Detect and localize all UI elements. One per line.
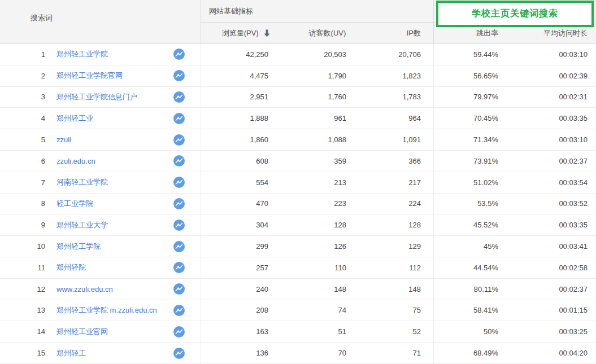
sort-descending-arrow-icon[interactable] (264, 29, 270, 37)
trend-chart-icon[interactable] (173, 177, 185, 188)
table-row: 15 郑州轻工 136 70 71 68.49% 00:04:20 (0, 343, 596, 364)
pv-value: 136 (201, 349, 282, 357)
trend-chart-icon[interactable] (173, 348, 185, 359)
keyword-cell: 9 郑州轻工业大学 (0, 214, 201, 235)
avg-duration-value: 00:03:25 (511, 327, 596, 336)
rank-number: 2 (0, 72, 45, 80)
keyword-link[interactable]: 轻工业学院 (56, 199, 93, 209)
avg-duration-value: 00:02:31 (511, 93, 596, 101)
avg-duration-value: 00:02:37 (511, 285, 596, 293)
trend-chart-icon[interactable] (173, 241, 185, 252)
trend-chart-icon[interactable] (173, 70, 185, 81)
keyword-cell: 4 郑州轻工业 (0, 108, 201, 129)
keyword-cell: 13 郑州轻工业学院 m.zzuli.edu.cn (0, 300, 201, 321)
rank-number: 10 (0, 242, 45, 251)
avg-duration-value: 00:03:10 (511, 135, 596, 144)
group-header-basic-metrics: 网站基础指标 (201, 0, 433, 23)
rank-number: 5 (0, 135, 45, 144)
bounce-rate-value: 51.02% (434, 178, 511, 187)
rank-number: 1 (0, 50, 45, 59)
uv-value: 961 (282, 114, 360, 122)
table-row: 7 河南轻工业学院 554 213 217 51.02% 00:03:54 (0, 172, 596, 194)
rank-number: 15 (0, 349, 45, 357)
pv-value: 163 (201, 327, 282, 336)
bounce-rate-value: 70.45% (434, 114, 511, 122)
bounce-rate-value: 45% (434, 242, 511, 251)
pv-value: 42,250 (201, 50, 282, 59)
keyword-link[interactable]: 郑州轻工业学院信息门户 (56, 92, 137, 102)
keyword-cell: 5 zzuli (0, 129, 201, 150)
table-row: 4 郑州轻工业 1,888 961 964 70.45% 00:03:35 (0, 108, 596, 129)
pv-value: 299 (201, 242, 282, 251)
trend-chart-icon[interactable] (173, 113, 185, 124)
keyword-link[interactable]: 郑州轻院 (56, 262, 86, 273)
uv-value: 74 (282, 306, 360, 314)
bounce-rate-value: 56.65% (434, 72, 511, 80)
keyword-link[interactable]: 郑州轻工学院 (56, 242, 101, 252)
trend-chart-icon[interactable] (173, 198, 185, 209)
table-header: 搜索词 网站基础指标 浏览量(PV) 访客数(UV) (0, 0, 596, 44)
trend-chart-icon[interactable] (173, 283, 185, 295)
column-header-pv[interactable]: 浏览量(PV) (201, 23, 282, 43)
keyword-cell: 6 zzuli.edu.cn (0, 151, 201, 172)
rank-number: 6 (0, 157, 45, 165)
keyword-cell: 11 郑州轻院 (0, 257, 201, 278)
trend-chart-icon[interactable] (173, 220, 185, 231)
ip-value: 1,091 (360, 129, 434, 150)
keyword-cell: 10 郑州轻工学院 (0, 236, 201, 257)
ip-value: 217 (360, 172, 434, 193)
pv-label: 浏览量(PV) (222, 28, 259, 38)
rank-number: 3 (0, 93, 45, 101)
uv-value: 51 (282, 327, 360, 336)
basic-metrics-label: 网站基础指标 (209, 6, 253, 16)
avg-duration-value: 00:03:35 (511, 221, 596, 229)
ip-value: 71 (360, 343, 434, 363)
uv-value: 148 (282, 285, 360, 293)
table-row: 9 郑州轻工业大学 304 128 128 45.52% 00:03:35 (0, 214, 596, 236)
bounce-rate-value: 58.41% (434, 306, 511, 314)
trend-chart-icon[interactable] (173, 155, 185, 166)
keyword-link[interactable]: www.zzuli.edu.cn (56, 285, 113, 293)
keyword-link[interactable]: 郑州轻工业学院 (56, 49, 108, 59)
keyword-link[interactable]: 郑州轻工业官网 (56, 327, 108, 337)
column-header-uv[interactable]: 访客数(UV) (282, 23, 360, 43)
bounce-rate-value: 71.34% (434, 135, 511, 144)
trend-chart-icon[interactable] (173, 134, 185, 146)
avg-duration-value: 00:04:20 (511, 349, 596, 357)
trend-chart-icon[interactable] (173, 49, 185, 60)
keyword-link[interactable]: 郑州轻工业学院 m.zzuli.edu.cn (56, 305, 157, 315)
keyword-link[interactable]: 郑州轻工业 (56, 113, 93, 124)
keyword-link[interactable]: 郑州轻工业大学 (56, 220, 108, 230)
keyword-link[interactable]: 郑州轻工业学院官网 (56, 71, 123, 81)
sub-header-row-metrics: 浏览量(PV) 访客数(UV) IP数 (201, 23, 433, 43)
rank-number: 9 (0, 221, 45, 229)
avg-duration-value: 00:02:58 (511, 264, 596, 272)
keyword-link[interactable]: zzuli (56, 135, 71, 144)
rank-number: 8 (0, 199, 45, 208)
keyword-link[interactable]: 河南轻工业学院 (56, 177, 108, 187)
avg-duration-value: 00:03:52 (511, 199, 596, 208)
header-group-basic-metrics: 网站基础指标 浏览量(PV) 访客数(UV) IP数 (201, 0, 434, 43)
avg-duration-value: 00:03:41 (511, 242, 596, 251)
ip-value: 964 (360, 108, 434, 129)
trend-chart-icon[interactable] (173, 262, 185, 273)
avg-duration-value: 00:03:35 (511, 114, 596, 122)
ip-value: 52 (360, 321, 434, 342)
rank-number: 11 (0, 264, 45, 272)
rank-number: 7 (0, 178, 45, 187)
trend-chart-icon[interactable] (173, 305, 185, 316)
search-term-label: 搜索词 (31, 13, 53, 23)
ip-value: 1,783 (360, 87, 434, 108)
column-header-ip[interactable]: IP数 (360, 23, 433, 43)
table-body: 1 郑州轻工业学院 42,250 20,503 20,706 59.44% 00… (0, 44, 596, 364)
avg-duration-value: 00:02:37 (511, 157, 596, 165)
pv-value: 608 (201, 157, 282, 165)
keyword-link[interactable]: 郑州轻工 (56, 348, 86, 358)
pv-value: 304 (201, 221, 282, 229)
pv-value: 470 (201, 199, 282, 208)
keyword-link[interactable]: zzuli.edu.cn (56, 157, 95, 165)
trend-chart-icon[interactable] (173, 326, 185, 337)
avg-duration-value: 00:01:15 (511, 306, 596, 314)
trend-chart-icon[interactable] (173, 91, 185, 103)
ip-value: 128 (360, 214, 434, 235)
